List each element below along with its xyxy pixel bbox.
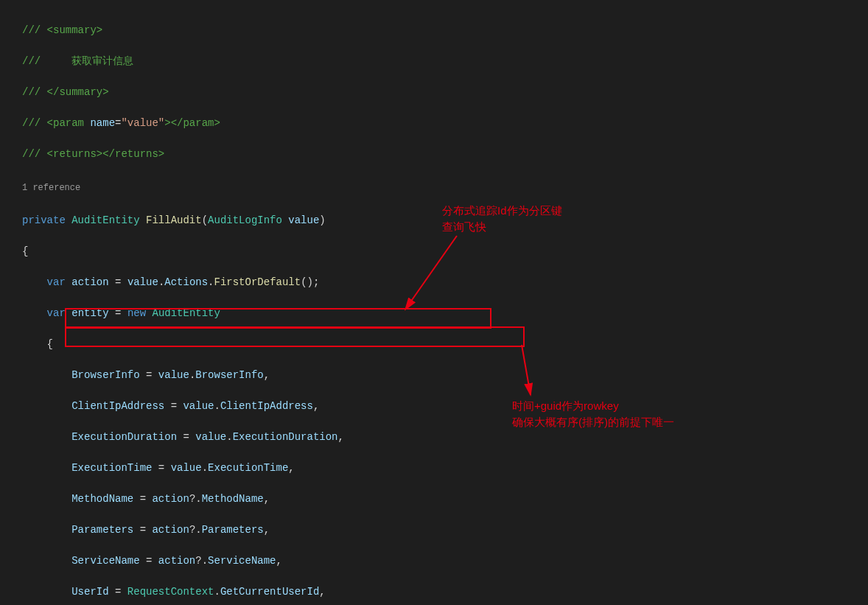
xml-doc-summary-close: /// </summary> — [22, 85, 846, 100]
codelens-references[interactable]: 1 reference — [22, 181, 846, 196]
init-execduration: ExecutionDuration = value.ExecutionDurat… — [22, 430, 846, 445]
entity-decl: var entity = new AuditEntity — [22, 306, 846, 321]
xml-doc-summary-open: /// <summary> — [22, 23, 846, 38]
code-editor[interactable]: /// <summary> /// 获取审计信息 /// </summary> … — [0, 0, 868, 605]
init-browserinfo: BrowserInfo = value.BrowserInfo, — [22, 368, 846, 383]
brace-open: { — [22, 244, 846, 259]
init-methodname: MethodName = action?.MethodName, — [22, 492, 846, 507]
xml-doc-returns: /// <returns></returns> — [22, 147, 846, 162]
init-userid: UserId = RequestContext.GetCurrentUserId… — [22, 584, 846, 600]
init-clientip: ClientIpAddress = value.ClientIpAddress, — [22, 399, 846, 414]
xml-doc-param: /// <param name="value"></param> — [22, 116, 846, 131]
init-servicename: ServiceName = action?.ServiceName, — [22, 553, 846, 569]
init-open: { — [22, 337, 846, 352]
method-signature: private AuditEntity FillAudit(AuditLogIn… — [22, 213, 846, 228]
init-exectime: ExecutionTime = value.ExecutionTime, — [22, 461, 846, 476]
action-decl: var action = value.Actions.FirstOrDefaul… — [22, 275, 846, 290]
xml-doc-summary-text: /// 获取审计信息 — [22, 54, 846, 69]
init-parameters: Parameters = action?.Parameters, — [22, 522, 846, 538]
